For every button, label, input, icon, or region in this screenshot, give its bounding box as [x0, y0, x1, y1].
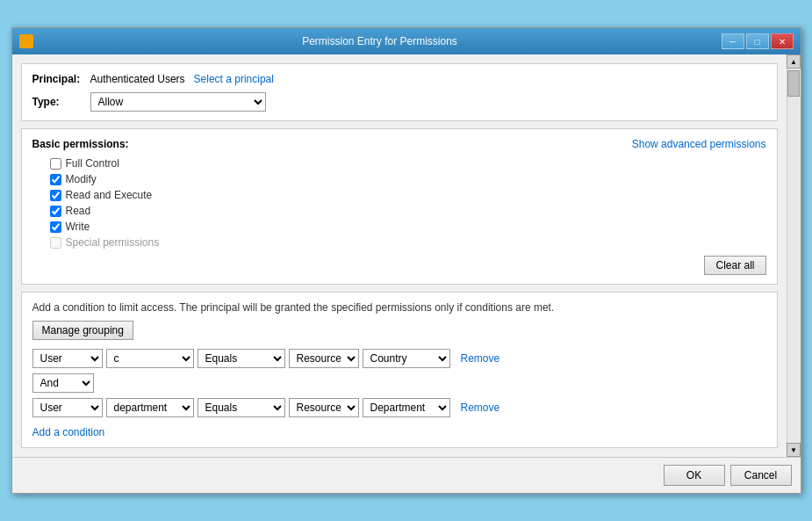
- dialog: Permission Entry for Permissions ─ □ ✕ P…: [11, 27, 801, 494]
- principal-value: Authenticated Users: [90, 73, 185, 85]
- checkbox-modify: Modify: [50, 173, 766, 185]
- read-execute-label: Read and Execute: [66, 189, 153, 201]
- checkbox-read: Read: [50, 205, 766, 217]
- dialog-icon: [19, 34, 33, 48]
- condition1-col1-select[interactable]: User: [32, 349, 103, 368]
- principal-row: Principal: Authenticated Users Select a …: [32, 73, 766, 85]
- main-content: Principal: Authenticated Users Select a …: [12, 54, 787, 457]
- condition-row-2: User department Equals Resource Departme…: [32, 398, 766, 417]
- special-permissions-label: Special permissions: [66, 236, 160, 249]
- condition1-col3-select[interactable]: Equals: [198, 349, 285, 368]
- condition2-col3-select[interactable]: Equals: [198, 398, 285, 417]
- cancel-button[interactable]: Cancel: [730, 465, 792, 486]
- condition-description: Add a condition to limit access. The pri…: [32, 301, 766, 314]
- condition1-col5-select[interactable]: Country: [363, 349, 450, 368]
- title-bar-buttons: ─ □ ✕: [722, 33, 794, 49]
- type-select[interactable]: Allow Deny: [90, 92, 266, 112]
- type-row: Type: Allow Deny: [32, 92, 766, 112]
- dialog-footer: OK Cancel: [12, 457, 801, 493]
- principal-label: Principal:: [32, 73, 85, 85]
- permissions-section: Basic permissions: Show advanced permiss…: [21, 128, 778, 285]
- show-advanced-permissions-link[interactable]: Show advanced permissions: [632, 138, 766, 150]
- title-bar: Permission Entry for Permissions ─ □ ✕: [12, 28, 801, 54]
- and-or-select[interactable]: And Or: [32, 373, 94, 393]
- checkbox-write: Write: [50, 221, 766, 233]
- full-control-checkbox[interactable]: [50, 158, 61, 170]
- checkbox-list: Full Control Modify Read and Execute Rea…: [50, 157, 766, 249]
- write-label: Write: [66, 221, 90, 233]
- read-execute-checkbox[interactable]: [50, 190, 61, 201]
- and-row: And Or: [32, 373, 766, 393]
- basic-permissions-label: Basic permissions:: [32, 138, 129, 150]
- condition-section: Add a condition to limit access. The pri…: [21, 292, 778, 448]
- condition2-col4-select[interactable]: Resource: [289, 398, 359, 417]
- scroll-thumb[interactable]: [787, 70, 800, 97]
- checkbox-special: Special permissions: [50, 236, 766, 249]
- read-checkbox[interactable]: [50, 206, 61, 217]
- checkbox-full-control: Full Control: [50, 157, 766, 170]
- scroll-down-arrow[interactable]: ▼: [787, 443, 801, 457]
- write-checkbox[interactable]: [50, 221, 61, 233]
- condition2-col2-select[interactable]: department: [106, 398, 194, 417]
- modify-checkbox[interactable]: [50, 174, 61, 185]
- condition1-remove-link[interactable]: Remove: [461, 352, 500, 365]
- type-label: Type:: [32, 96, 85, 108]
- add-condition-link[interactable]: Add a condition: [32, 426, 105, 438]
- condition1-col4-select[interactable]: Resource: [289, 349, 359, 368]
- clear-all-row: Clear all: [32, 256, 766, 275]
- ok-button[interactable]: OK: [664, 465, 725, 486]
- maximize-button[interactable]: □: [746, 33, 769, 49]
- read-label: Read: [66, 205, 91, 217]
- minimize-button[interactable]: ─: [722, 33, 744, 49]
- checkbox-read-execute: Read and Execute: [50, 189, 766, 201]
- select-principal-link[interactable]: Select a principal: [194, 73, 274, 85]
- condition2-remove-link[interactable]: Remove: [461, 402, 500, 414]
- principal-type-section: Principal: Authenticated Users Select a …: [21, 63, 778, 121]
- clear-all-button[interactable]: Clear all: [704, 256, 765, 275]
- condition2-col5-select[interactable]: Department: [363, 398, 450, 417]
- dialog-title: Permission Entry for Permissions: [39, 35, 722, 47]
- condition-row-1: User c Equals Resource Country Remove: [32, 349, 766, 368]
- scrollbar: ▲ ▼: [787, 54, 801, 457]
- dialog-body: Principal: Authenticated Users Select a …: [12, 54, 801, 457]
- condition2-col1-select[interactable]: User: [32, 398, 103, 417]
- close-button[interactable]: ✕: [771, 33, 794, 49]
- special-permissions-checkbox[interactable]: [50, 237, 61, 249]
- permissions-header: Basic permissions: Show advanced permiss…: [32, 138, 766, 150]
- modify-label: Modify: [66, 173, 97, 185]
- scroll-up-arrow[interactable]: ▲: [787, 54, 801, 69]
- manage-grouping-button[interactable]: Manage grouping: [32, 321, 133, 340]
- full-control-label: Full Control: [66, 157, 119, 170]
- condition1-col2-select[interactable]: c: [106, 349, 194, 368]
